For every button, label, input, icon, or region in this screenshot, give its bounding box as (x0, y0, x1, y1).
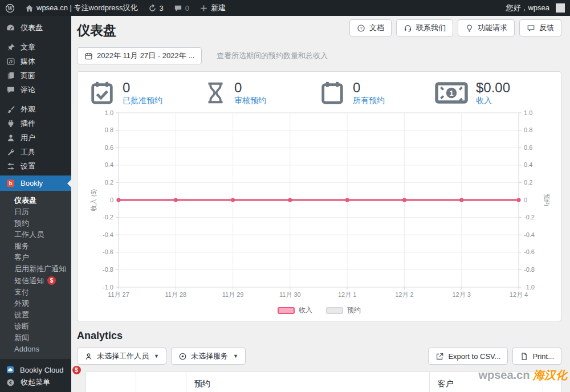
wordpress-logo[interactable]: W (0, 0, 20, 16)
stat-block: 0已批准预约 (89, 80, 204, 106)
analytics-title: Analytics (77, 330, 561, 342)
header-button-label: 反馈 (539, 23, 554, 33)
sidebar-item[interactable]: 用户 (0, 130, 71, 145)
bookly-submenu-item[interactable]: 支付 (0, 287, 71, 298)
greeting: 您好，wpsea (506, 3, 549, 13)
bookly-submenu-item[interactable]: 服务 (0, 240, 71, 252)
stat-link[interactable]: 已批准预约 (123, 96, 162, 105)
header-button[interactable]: ?文档 (349, 19, 392, 36)
admin-sidebar: 仪表盘文章媒体页面评论外观插件用户工具设置 b Bookly 仪表盘日历预约工作… (0, 16, 71, 392)
header-button[interactable]: 联系我们 (396, 19, 453, 36)
sidebar-item-label: 工具 (21, 147, 35, 157)
account-menu[interactable]: 您好，wpsea (500, 0, 570, 16)
header-button-label: 联系我们 (416, 23, 446, 33)
sidebar-item[interactable]: 插件 (0, 116, 71, 130)
bookly-submenu-item[interactable]: 设置 (0, 309, 71, 321)
sidebar-item[interactable]: 仪表盘 (0, 21, 71, 35)
submenu-label: 外观 (14, 300, 29, 308)
sidebar-item[interactable]: 文章 (0, 40, 71, 54)
appointments-revenue-chart: 1.01.00.80.80.60.60.40.40.20.200-0.2-0.2… (87, 108, 553, 304)
bookly-submenu-item[interactable]: Addons (0, 344, 71, 355)
submenu-label: 新闻 (14, 334, 29, 342)
svg-text:-0.2: -0.2 (524, 214, 535, 220)
service-filter-label: 未选择服务 (191, 351, 228, 361)
admin-bar: W wpsea.cn | 专注wordpress汉化 3 0 新建 您好，wps… (0, 0, 570, 16)
document-icon (520, 352, 528, 361)
svg-text:预约: 预约 (543, 194, 550, 206)
bookly-submenu-item[interactable]: 工作人员 (0, 229, 71, 240)
bookly-submenu-item[interactable]: 新闻 (0, 332, 71, 344)
watermark-brand: 海汉化 (533, 368, 567, 382)
updates-icon (148, 4, 157, 13)
svg-text:?: ? (360, 26, 362, 31)
svg-text:-0.8: -0.8 (524, 266, 535, 273)
sidebar-item[interactable]: 评论 (0, 83, 71, 97)
sidebar-item[interactable]: 页面 (0, 68, 71, 83)
svg-text:-0.6: -0.6 (524, 248, 535, 255)
svg-text:11月 29: 11月 29 (222, 291, 244, 298)
collapse-menu-button[interactable]: 收起菜单 (0, 376, 71, 389)
bookly-submenu-item[interactable]: 日历 (0, 206, 71, 218)
svg-text:0.4: 0.4 (524, 161, 532, 168)
new-content-menu[interactable]: 新建 (194, 0, 231, 16)
header-button[interactable]: 功能请求 (458, 19, 515, 36)
feedback-bubble-icon (527, 24, 535, 32)
sidebar-item-label: 媒体 (21, 56, 35, 67)
collapse-label: 收起菜单 (21, 377, 50, 387)
sidebar-item[interactable]: 工具 (0, 145, 71, 159)
stat-link[interactable]: 所有预约 (353, 96, 385, 105)
stat-link[interactable]: 审核预约 (234, 96, 266, 105)
date-range-button[interactable]: 2022年 11月 27日 - 2022年 ... (77, 47, 202, 64)
legend-item[interactable]: 收入 (278, 305, 312, 315)
svg-text:0.8: 0.8 (524, 126, 532, 133)
staff-filter-dropdown[interactable]: 未选择工作人员 ▼ (77, 348, 166, 365)
bookly-submenu-item[interactable]: 诊断 (0, 321, 71, 332)
sidebar-item-bookly[interactable]: b Bookly (0, 175, 71, 191)
pages-icon (6, 71, 15, 80)
sidebar-item-label: 评论 (21, 85, 35, 95)
posts-pin-icon (6, 43, 15, 52)
print-button[interactable]: Print... (512, 348, 561, 365)
stats-row: 0已批准预约0审核预约0所有预约1$0.00收入 (87, 79, 552, 106)
stat-value: 0 (123, 80, 162, 96)
svg-text:1.0: 1.0 (105, 109, 113, 116)
svg-text:b: b (9, 181, 13, 186)
bookly-submenu-item[interactable]: 仪表盘 (0, 195, 71, 206)
service-filter-dropdown[interactable]: 未选择服务 ▼ (171, 348, 246, 365)
svg-text:W: W (7, 5, 13, 11)
bookly-submenu-item[interactable]: 短信通知$ (0, 275, 71, 287)
svg-text:0.2: 0.2 (105, 179, 113, 186)
header-button[interactable]: 反馈 (519, 19, 561, 36)
svg-text:0.6: 0.6 (105, 144, 113, 151)
svg-text:-1.0: -1.0 (524, 284, 535, 291)
watermark-site: wpsea.cn (478, 369, 530, 381)
bookly-submenu-item[interactable]: 外观 (0, 298, 71, 309)
export-csv-button[interactable]: Export to CSV... (428, 348, 508, 365)
legend-item[interactable]: 预约 (326, 305, 361, 315)
updates-menu[interactable]: 3 (143, 0, 169, 16)
bookly-submenu-item[interactable]: 启用新推广通知 (0, 263, 71, 275)
svg-text:-0.8: -0.8 (103, 266, 113, 273)
svg-text:-0.4: -0.4 (524, 231, 535, 238)
print-label: Print... (532, 352, 554, 361)
sidebar-item[interactable]: 设置 (0, 159, 71, 173)
sidebar-item-bookly-cloud[interactable]: Bookly Cloud $ (0, 364, 71, 376)
comments-menu[interactable]: 0 (169, 0, 194, 16)
sidebar-item-label: 用户 (21, 133, 35, 143)
bookly-submenu-item[interactable]: 预约 (0, 218, 71, 229)
plugin-icon (6, 119, 15, 128)
svg-text:0.2: 0.2 (524, 179, 532, 186)
bookly-submenu-item[interactable]: 客户 (0, 252, 71, 263)
stat-link[interactable]: 收入 (476, 96, 492, 105)
staff-filter-label: 未选择工作人员 (97, 351, 149, 361)
sidebar-item[interactable]: 媒体 (0, 54, 71, 68)
site-menu[interactable]: wpsea.cn | 专注wordpress汉化 (20, 0, 143, 16)
help-circle-icon: ? (357, 24, 365, 32)
hourglass-icon (204, 80, 227, 106)
caret-down-icon: ▼ (154, 353, 159, 359)
sidebar-item[interactable]: 外观 (0, 102, 71, 116)
person-icon (84, 352, 93, 361)
approved-calendar-icon (89, 80, 115, 106)
stat-block: 0所有预约 (319, 80, 434, 106)
header-actions: ?文档联系我们功能请求反馈 (349, 19, 561, 36)
